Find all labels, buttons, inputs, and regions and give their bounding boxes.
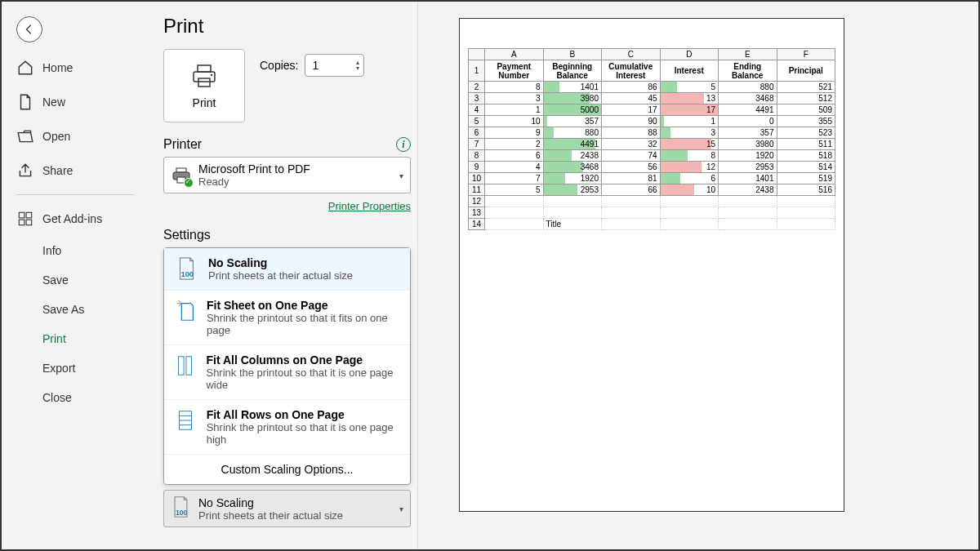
spinner-up-icon[interactable]: ▲	[354, 60, 360, 65]
printer-name: Microsoft Print to PDF	[198, 162, 310, 176]
sidebar-item-share[interactable]: Share	[11, 153, 139, 188]
copies-label: Copies:	[260, 59, 298, 72]
svg-rect-4	[198, 65, 211, 72]
scaling-dropdown[interactable]: 100 No Scaling Print sheets at their act…	[163, 490, 411, 527]
svg-rect-12	[178, 357, 184, 375]
svg-point-7	[211, 74, 212, 76]
fit-columns-icon	[174, 353, 196, 391]
svg-rect-13	[186, 357, 192, 375]
sidebar-item-label: Close	[42, 391, 72, 404]
sidebar-item-export[interactable]: Export	[11, 353, 139, 383]
status-ok-icon	[184, 178, 194, 188]
scaling-option-no-scaling[interactable]: 100 No ScalingPrint sheets at their actu…	[164, 248, 410, 291]
printer-properties-link[interactable]: Printer Properties	[328, 200, 411, 212]
option-title: Fit All Rows on One Page	[207, 408, 400, 421]
home-icon	[16, 59, 34, 77]
svg-rect-6	[198, 78, 210, 87]
option-desc: Shrink the printout so that it is one pa…	[206, 367, 400, 391]
option-title: Fit Sheet on One Page	[207, 299, 400, 312]
back-button[interactable]	[16, 16, 42, 42]
sidebar-item-label: New	[42, 96, 65, 109]
printer-dropdown[interactable]: Microsoft Print to PDF Ready ▾	[163, 157, 411, 193]
print-settings-column: Print Print Copies: ▲ ▼ Printer i	[157, 2, 418, 549]
svg-rect-1	[26, 212, 32, 218]
svg-text:100: 100	[176, 509, 188, 517]
selected-scaling-desc: Print sheets at their actual size	[198, 509, 343, 522]
sidebar-item-print[interactable]: Print	[11, 324, 139, 353]
sidebar-item-label: Save	[42, 273, 69, 287]
svg-rect-0	[19, 212, 24, 218]
sidebar-item-label: Info	[42, 244, 61, 257]
print-preview-column: ABCDEF1Payment NumberBeginning BalanceCu…	[418, 2, 978, 549]
print-button-label: Print	[193, 96, 216, 109]
printer-status: Ready	[198, 176, 310, 188]
sidebar-item-info[interactable]: Info	[11, 236, 139, 265]
fit-rows-icon	[174, 408, 197, 446]
selected-scaling-title: No Scaling	[198, 496, 343, 509]
sidebar-item-label: Home	[42, 61, 73, 74]
print-button[interactable]: Print	[163, 49, 245, 122]
svg-rect-2	[19, 220, 24, 225]
addins-icon	[16, 210, 34, 228]
settings-section-header: Settings	[163, 228, 411, 242]
fit-sheet-icon	[174, 299, 197, 336]
scaling-option-fit-rows[interactable]: Fit All Rows on One PageShrink the print…	[164, 400, 410, 455]
divider	[16, 194, 134, 195]
scaling-options-panel: 100 No ScalingPrint sheets at their actu…	[163, 247, 411, 485]
document-icon	[16, 93, 34, 111]
scaling-option-fit-sheet[interactable]: Fit Sheet on One PageShrink the printout…	[164, 291, 410, 345]
sidebar-item-saveas[interactable]: Save As	[11, 295, 139, 324]
page-title: Print	[163, 15, 411, 38]
option-title: Fit All Columns on One Page	[206, 353, 400, 367]
sidebar-item-label: Get Add-ins	[42, 212, 102, 225]
chevron-down-icon: ▾	[399, 504, 403, 513]
info-icon[interactable]: i	[396, 137, 411, 152]
printer-status-icon	[171, 167, 192, 184]
no-scaling-icon: 100	[171, 495, 192, 522]
sidebar-item-addins[interactable]: Get Add-ins	[11, 202, 139, 236]
chevron-down-icon: ▾	[399, 171, 403, 180]
sidebar-item-label: Share	[42, 164, 73, 177]
svg-rect-8	[176, 168, 186, 172]
sidebar-item-label: Open	[42, 130, 70, 143]
copies-spinner[interactable]: ▲ ▼	[305, 54, 364, 77]
arrow-left-icon	[24, 24, 35, 35]
share-icon	[16, 162, 34, 180]
sidebar-item-label: Print	[42, 332, 66, 345]
option-desc: Shrink the printout so that it fits on o…	[207, 312, 400, 336]
preview-spreadsheet: ABCDEF1Payment NumberBeginning BalanceCu…	[468, 48, 835, 230]
sidebar-item-new[interactable]: New	[11, 85, 139, 119]
sidebar-item-open[interactable]: Open	[11, 119, 139, 153]
preview-page: ABCDEF1Payment NumberBeginning BalanceCu…	[459, 18, 844, 512]
folder-open-icon	[16, 127, 34, 145]
sidebar-item-home[interactable]: Home	[11, 51, 139, 85]
scaling-option-fit-columns[interactable]: Fit All Columns on One PageShrink the pr…	[164, 345, 410, 400]
sidebar: Home New Open Share Get Add-ins Info Sav…	[2, 51, 149, 412]
custom-scaling-button[interactable]: Custom Scaling Options...	[164, 455, 410, 484]
sidebar-item-label: Export	[42, 362, 75, 375]
no-scaling-icon: 100	[174, 256, 198, 282]
printer-icon	[189, 62, 219, 91]
sidebar-item-label: Save As	[42, 303, 84, 316]
copies-input[interactable]	[305, 56, 351, 75]
spinner-down-icon[interactable]: ▼	[354, 65, 360, 71]
svg-rect-5	[194, 72, 215, 82]
svg-rect-3	[26, 220, 32, 225]
option-title: No Scaling	[208, 256, 353, 269]
option-desc: Shrink the printout so that it is one pa…	[207, 421, 400, 446]
sidebar-item-save[interactable]: Save	[11, 265, 139, 295]
printer-section-header: Printer i	[163, 137, 411, 152]
svg-text:100: 100	[180, 270, 194, 278]
sidebar-item-close[interactable]: Close	[11, 383, 139, 412]
option-desc: Print sheets at their actual size	[208, 269, 353, 282]
